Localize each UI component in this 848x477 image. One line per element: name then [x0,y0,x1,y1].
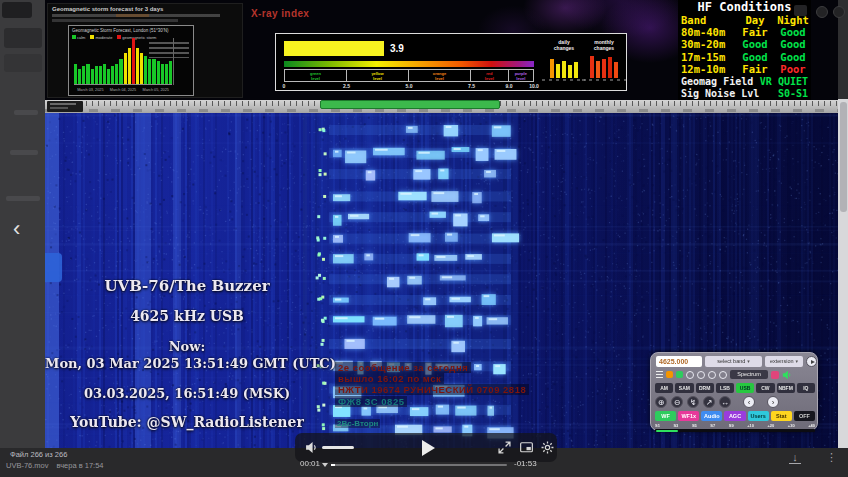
youtube-handle: YouTube: @SW_RadioListener [45,414,329,430]
control-knob-icon[interactable] [697,371,705,379]
mode-drm-button[interactable]: DRM [696,383,714,393]
monthly-changes-bars [582,54,626,78]
record-icon[interactable] [771,371,779,379]
geomag-bar [82,66,85,84]
scale-corner-label [47,101,83,112]
zoom-in-icon[interactable]: ⊕ [655,396,667,408]
monthly-changes-axis [582,79,626,81]
mode-nbfm-button[interactable]: NBFM [777,383,795,393]
download-icon[interactable]: ↓ [789,452,801,464]
geomag-bar [148,59,151,85]
step-down-icon[interactable]: ‹ [743,396,755,408]
spectrum-button[interactable]: Spectrum [730,370,768,379]
fullscreen-icon[interactable] [498,441,511,454]
geomag-bar [95,66,98,84]
message-line: 2е сообщение за сегодня [335,362,471,373]
geomag-bar [140,53,143,84]
mode-usb-button[interactable]: USB [736,383,754,393]
daily-changes-label: dailychanges [542,40,586,51]
station-name: UVB-76/The Buzzer [45,277,329,295]
s-meter-tick: S5 [692,423,697,428]
msk-time: 03.03.2025, 16:51:49 (MSK) [45,386,329,401]
mini-bar [556,64,560,78]
volume-slider[interactable] [322,446,354,449]
mini-bar [602,59,606,79]
s-meter-tick: S1 [655,423,660,428]
seek-bar[interactable] [331,464,507,466]
xray-gauge: 3.9 greenlevelyellowlevelorangelevelredl… [275,33,627,91]
more-options-icon[interactable]: ⋮ [826,451,837,464]
message-annotation-2: 2Вс-Вторн [335,419,380,428]
daily-changes-axis [542,79,586,81]
sdr-agc-button[interactable]: AGC [724,411,745,421]
sdr-wf-button[interactable]: WF [655,411,676,421]
speaker-icon[interactable] [782,370,792,380]
geomag-bar [91,69,94,84]
xray-tick: 7.5 [468,83,475,89]
seek-marker[interactable] [322,463,328,467]
xray-index-title: X-ray index [251,8,309,19]
mode-buttons: AMSAMDRMLSBUSBCWNBFMIQ [655,383,815,393]
previous-file-chevron[interactable]: ‹ [13,218,20,240]
sdr-wf1x-button[interactable]: WF1x [678,411,699,421]
play-button[interactable] [422,440,435,456]
hf-foot: Geomag FieldVR QUIETSig Noise LvlS0-S1 [678,75,811,99]
xray-gradient-scale [284,61,534,67]
mode-cw-button[interactable]: CW [756,383,774,393]
mode-am-button[interactable]: AM [655,383,673,393]
step-up-icon[interactable]: › [767,396,779,408]
geomag-x-labels: March 03, 2025March 04, 2025March 05, 20… [74,88,172,92]
sdr-control-panel: 4625.000 select band extension Spectrum … [650,352,818,431]
volume-icon[interactable] [305,441,318,454]
scrollbar-thumb[interactable] [840,102,847,212]
mode-lsb-button[interactable]: LSB [716,383,734,393]
menu-icon[interactable] [656,371,663,378]
xray-value: 3.9 [390,43,404,54]
dimmed-text [6,196,40,201]
xray-level: redlevel [471,69,509,82]
passband-indicator[interactable] [320,100,500,109]
sdr-users-button[interactable]: Users [748,411,769,421]
zoom-max-icon[interactable]: ↗ [703,396,715,408]
orange-indicator-icon [666,371,673,378]
control-knob-icon[interactable] [708,371,716,379]
picture-in-picture-icon[interactable] [520,441,533,454]
control-knob-icon[interactable] [686,371,694,379]
settings-gear-icon[interactable] [541,441,554,454]
control-knob-icon[interactable] [719,371,727,379]
geomag-date-label: March 03, 2025 [74,88,107,92]
sdr-off-button[interactable]: OFF [794,411,815,421]
dimmed-pill [2,2,32,18]
video-player[interactable]: Geomagnetic storm forecast for 3 days Ge… [45,0,838,448]
geomag-bar [132,38,135,84]
geomag-x-axis [74,84,172,85]
player-controls [295,433,557,462]
mini-bar [614,62,618,78]
s-meter-tick: +30 [788,423,795,428]
xray-tick: 2.5 [343,83,350,89]
geomag-title: Geomagnetic storm forecast for 3 days [52,6,163,12]
band-select-dropdown[interactable]: select band [705,356,762,367]
frequency-input[interactable]: 4625.000 [656,356,702,367]
remaining-time: -01:53 [514,459,537,468]
mode-sam-button[interactable]: SAM [675,383,693,393]
dimmed-button [4,28,42,48]
tune-button[interactable] [806,356,817,367]
dimmed-circle-button [833,6,845,18]
extension-select-dropdown[interactable]: extension [765,356,803,367]
geomag-bar [128,48,131,84]
zoom-to-band-icon[interactable]: ↯ [687,396,699,408]
file-name[interactable]: UVB-76.mov [6,461,49,470]
xray-tick: 5.0 [406,83,413,89]
zoom-out-icon[interactable]: ⊖ [671,396,683,408]
zoom-width-icon[interactable]: ↔ [719,396,731,408]
mode-iq-button[interactable]: IQ [797,383,815,393]
mini-bar [550,59,554,79]
geomag-bar [169,61,172,84]
function-buttons: WFWF1xAudioAGCUsersStatOFF [655,411,815,421]
sdr-stat-button[interactable]: Stat [771,411,792,421]
monthly-changes-chart: monthlychanges [582,40,626,81]
xray-level: purplelevel [509,69,534,82]
sdr-audio-button[interactable]: Audio [701,411,722,421]
xray-value-bar [284,41,384,56]
